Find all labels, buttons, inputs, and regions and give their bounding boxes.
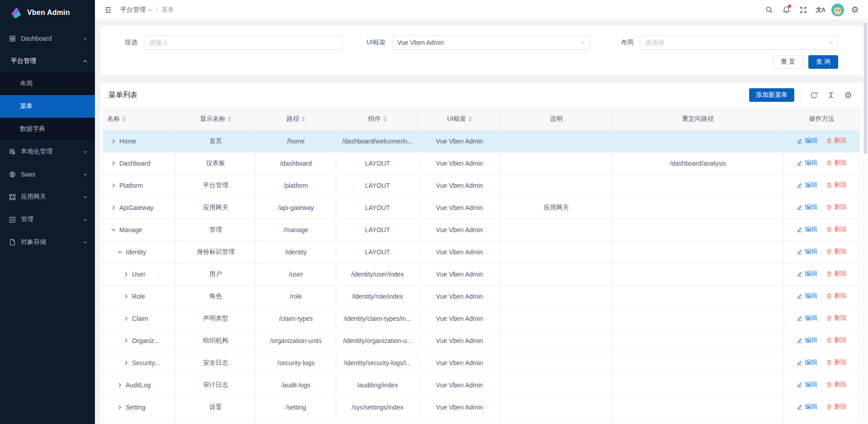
expand-right-icon[interactable] bbox=[111, 161, 116, 166]
sidebar-item-menu[interactable]: 菜单 bbox=[0, 95, 95, 118]
sidebar-item-gateway[interactable]: 应用网关 bbox=[0, 186, 95, 208]
scrollbar-thumb[interactable] bbox=[864, 23, 867, 154]
edit-button[interactable]: 编辑 bbox=[797, 203, 817, 211]
cell-redirect bbox=[613, 330, 784, 352]
table-row[interactable]: Security...安全日志/security-logs/identity/s… bbox=[104, 352, 860, 374]
sort-icon[interactable] bbox=[122, 116, 126, 122]
cell-display-name: 审计日志 bbox=[176, 374, 256, 396]
table-row[interactable]: Organiz...组织机构/organization-units/identi… bbox=[104, 330, 860, 352]
sidebar-item-manage[interactable]: 管理 bbox=[0, 208, 95, 231]
delete-button[interactable]: 删除 bbox=[826, 403, 847, 411]
edit-button[interactable]: 编辑 bbox=[797, 159, 817, 167]
delete-button[interactable]: 删除 bbox=[826, 270, 847, 278]
column-header-0[interactable]: 名称 bbox=[104, 108, 176, 130]
edit-button[interactable]: 编辑 bbox=[797, 248, 817, 256]
table-row[interactable]: Identity身份标识管理/identityLAYOUTVue Vben Ad… bbox=[104, 241, 860, 263]
expand-right-icon[interactable] bbox=[123, 316, 129, 321]
avatar[interactable] bbox=[830, 2, 845, 18]
collapse-sidebar-icon[interactable] bbox=[101, 3, 115, 17]
table-row[interactable]: Platform平台管理/platformLAYOUTVue Vben Admi… bbox=[104, 175, 860, 197]
column-header-1[interactable]: 显示名称 bbox=[176, 108, 256, 130]
sort-icon[interactable] bbox=[302, 116, 305, 122]
column-header-3[interactable]: 组件 bbox=[336, 108, 419, 130]
delete-button[interactable]: 删除 bbox=[826, 137, 847, 145]
reset-button[interactable]: 重 置 bbox=[773, 55, 803, 69]
cell-ui-framework: Vue Vben Admin bbox=[419, 152, 500, 175]
delete-button[interactable]: 删除 bbox=[826, 358, 847, 367]
table-settings-gear-icon[interactable]: ⚙ bbox=[842, 89, 854, 101]
expand-down-icon[interactable] bbox=[117, 249, 123, 255]
edit-button[interactable]: 编辑 bbox=[797, 292, 817, 300]
edit-button[interactable]: 编辑 bbox=[797, 336, 817, 344]
column-header-4[interactable]: UI框架 bbox=[419, 108, 500, 130]
table-row[interactable]: Setting设置/setting/sys/settings/indexVue … bbox=[104, 396, 860, 419]
expand-right-icon[interactable] bbox=[117, 405, 123, 410]
expand-right-icon[interactable] bbox=[111, 138, 116, 144]
cell-redirect: /dashboard/analysis bbox=[613, 152, 784, 175]
row-height-icon[interactable] bbox=[825, 89, 837, 101]
table-row[interactable]: ApiGateway应用网关/api-gatewayLAYOUTVue Vben… bbox=[104, 197, 860, 219]
fullscreen-icon[interactable] bbox=[796, 2, 811, 18]
edit-button[interactable]: 编辑 bbox=[797, 314, 817, 322]
sort-icon[interactable] bbox=[228, 116, 231, 122]
edit-button[interactable]: 编辑 bbox=[797, 403, 817, 411]
table-row[interactable]: Role角色/role/identity/role/indexVue Vben … bbox=[104, 286, 860, 308]
delete-button[interactable]: 删除 bbox=[826, 159, 847, 167]
trash-icon bbox=[826, 138, 832, 144]
sort-icon[interactable] bbox=[468, 116, 472, 122]
edit-button[interactable]: 编辑 bbox=[797, 270, 817, 278]
delete-button[interactable]: 删除 bbox=[826, 292, 847, 300]
delete-button[interactable]: 删除 bbox=[826, 336, 847, 344]
expand-right-icon[interactable] bbox=[123, 338, 129, 343]
expand-down-icon[interactable] bbox=[111, 227, 116, 233]
sidebar-item-dashboard[interactable]: Dashboard bbox=[0, 27, 95, 50]
cell-component: LAYOUT bbox=[336, 152, 419, 175]
delete-button[interactable]: 删除 bbox=[826, 225, 847, 233]
sort-icon[interactable] bbox=[383, 116, 387, 122]
table-row[interactable]: Claim声明类型/claim-types/identity/claim-typ… bbox=[104, 308, 860, 330]
expand-right-icon[interactable] bbox=[123, 294, 129, 299]
expand-right-icon[interactable] bbox=[123, 360, 129, 366]
table-row[interactable]: Dashboard仪表板/dashboardLAYOUTVue Vben Adm… bbox=[104, 152, 860, 175]
delete-button[interactable]: 删除 bbox=[826, 181, 847, 189]
translate-icon[interactable]: 文A bbox=[813, 2, 828, 18]
trash-icon bbox=[826, 293, 832, 299]
delete-button[interactable]: 删除 bbox=[826, 381, 847, 389]
edit-button[interactable]: 编辑 bbox=[797, 181, 817, 189]
cell-path: /manage bbox=[256, 219, 336, 241]
sidebar-item-dictionary[interactable]: 数据字典 bbox=[0, 118, 95, 140]
app-logo[interactable]: Vben Admin bbox=[0, 0, 95, 25]
query-button[interactable]: 查 询 bbox=[808, 55, 838, 69]
expand-right-icon[interactable] bbox=[123, 272, 129, 277]
filter-input[interactable] bbox=[144, 35, 342, 50]
notification-icon[interactable] bbox=[778, 2, 794, 18]
expand-right-icon[interactable] bbox=[111, 183, 116, 188]
sidebar-item-storage[interactable]: 对象存储 bbox=[0, 231, 95, 253]
add-menu-button[interactable]: 添加新菜单 bbox=[749, 88, 794, 102]
settings-gear-icon[interactable]: ⚙ bbox=[847, 2, 863, 18]
search-icon[interactable] bbox=[761, 2, 777, 18]
breadcrumb-parent[interactable]: 平台管理 bbox=[120, 6, 152, 14]
delete-button[interactable]: 删除 bbox=[826, 314, 847, 322]
delete-button[interactable]: 删除 bbox=[826, 203, 847, 211]
edit-button[interactable]: 编辑 bbox=[797, 358, 817, 367]
table-row[interactable]: Manage管理/manageLAYOUTVue Vben Admin编辑删除 bbox=[104, 219, 860, 241]
layout-select[interactable]: 请选择 bbox=[640, 35, 838, 50]
edit-button[interactable]: 编辑 bbox=[797, 381, 817, 389]
framework-select[interactable]: Vue Vben Admin bbox=[392, 35, 590, 50]
expand-right-icon[interactable] bbox=[111, 205, 116, 210]
table-row[interactable]: User用户/user/identity/user/indexVue Vben … bbox=[104, 263, 860, 286]
expand-right-icon[interactable] bbox=[117, 382, 123, 388]
edit-button[interactable]: 编辑 bbox=[797, 137, 817, 145]
table-row[interactable]: AuditLog审计日志/audit-logs/auditing/indexVu… bbox=[104, 374, 860, 396]
sidebar-item-localization[interactable]: 本地化管理 bbox=[0, 140, 95, 163]
refresh-icon[interactable] bbox=[807, 89, 820, 101]
sidebar-item-saas[interactable]: Saas bbox=[0, 163, 95, 186]
delete-button[interactable]: 删除 bbox=[826, 248, 847, 256]
table-row[interactable]: Home首页/home/dashboard/welcome/in...Vue V… bbox=[104, 130, 860, 152]
column-header-2[interactable]: 路径 bbox=[256, 108, 336, 130]
edit-button[interactable]: 编辑 bbox=[797, 225, 817, 233]
sidebar-item-platform[interactable]: 平台管理 bbox=[0, 50, 95, 72]
sidebar-item-layout[interactable]: 布局 bbox=[0, 72, 95, 95]
cell-ui-framework: Vue Vben Admin bbox=[419, 286, 500, 308]
